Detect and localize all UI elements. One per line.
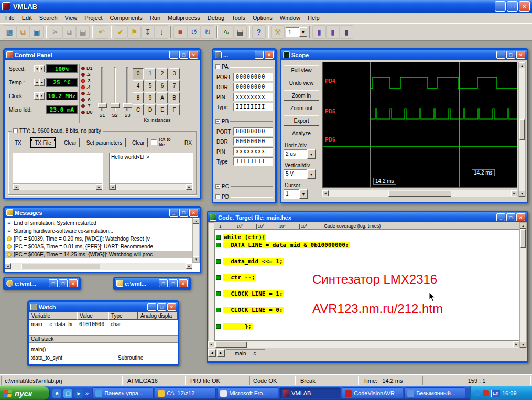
chevron-down-icon[interactable]: ▼ xyxy=(299,27,307,37)
build-button[interactable]: ✔ xyxy=(114,25,127,39)
keypad-key-2[interactable]: 2 xyxy=(157,68,168,79)
tab-main-c[interactable]: main__.c xyxy=(226,349,265,359)
browser-icon[interactable]: e xyxy=(52,389,61,398)
zoom-out-button[interactable]: Zoom out xyxy=(284,103,319,113)
menu-item-tools[interactable]: Tools xyxy=(228,14,249,22)
scroll-up-icon[interactable]: ▲ xyxy=(519,62,525,68)
taskbar-task-vmlab[interactable]: VMLAB xyxy=(279,387,341,399)
scrollbar-thumb[interactable] xyxy=(215,342,247,348)
full-view-button[interactable]: Full view xyxy=(284,65,319,75)
pa-pin-value[interactable]: xxxxxxxx xyxy=(233,93,273,101)
stop-button[interactable]: ■ xyxy=(173,25,187,39)
set-parameters-button[interactable]: Set parameters xyxy=(83,138,126,147)
new-project-button[interactable]: ▩ xyxy=(3,25,16,39)
export-button[interactable]: Export xyxy=(284,115,319,126)
rx-to-file-checkbox[interactable] xyxy=(151,139,157,145)
temp-stepper[interactable]: ◂▸ xyxy=(34,79,45,86)
scroll-down-icon[interactable]: ▼ xyxy=(519,191,525,197)
close-button[interactable]: × xyxy=(189,51,198,59)
keypad-key-0[interactable]: 0 xyxy=(133,68,144,79)
minimize-button[interactable]: _ xyxy=(496,51,505,59)
horizontal-scrollbar[interactable]: ◄ ► xyxy=(322,190,517,197)
message-row-selected[interactable]: [PC = $006E, Time = 14.25 ms, {WDG}]: Wa… xyxy=(5,251,200,258)
scope-tool-button[interactable]: ∿ xyxy=(220,25,233,39)
chip-button-3[interactable]: ▮ xyxy=(340,25,353,39)
control-panel-titlebar[interactable]: Control Panel _ □ × xyxy=(5,50,200,60)
chevron-down-icon[interactable]: ▼ xyxy=(307,149,316,159)
tab-scroll-left-icon[interactable]: ◄ xyxy=(208,349,216,357)
restore-button[interactable]: □ xyxy=(49,279,58,287)
horizontal-scrollbar[interactable]: ◄ ► xyxy=(110,183,192,190)
column-header-type[interactable]: Type xyxy=(108,312,138,320)
maximize-button[interactable]: □ xyxy=(506,51,515,59)
cursor-spinner[interactable]: 1 ▼ xyxy=(284,189,308,199)
pb-type-value[interactable]: IIIIIIII xyxy=(233,157,273,166)
message-row[interactable]: [PC = $00A5, Time = 0.81 ms, {PER}]: UAR… xyxy=(5,243,200,251)
menu-item-debug[interactable]: Debug xyxy=(204,14,228,22)
tx-textarea[interactable]: ◄ ► xyxy=(13,153,103,190)
column-header-value[interactable]: Value xyxy=(77,312,108,320)
maximize-button[interactable]: □ xyxy=(59,279,68,287)
keypad-key-b[interactable]: B xyxy=(169,92,180,103)
close-button[interactable]: × xyxy=(69,279,78,287)
keypad-key-d[interactable]: D xyxy=(145,104,156,115)
spin-left-icon[interactable]: ◂ xyxy=(34,79,39,86)
scroll-down-icon[interactable]: ▼ xyxy=(193,256,199,262)
zoom-in-button[interactable]: Zoom in xyxy=(284,90,319,101)
chevron-down-icon[interactable]: ▼ xyxy=(307,169,316,179)
scrollbar-thumb[interactable] xyxy=(519,119,525,140)
scroll-right-icon[interactable]: ► xyxy=(96,184,102,190)
menu-item-edit[interactable]: Edit xyxy=(18,14,36,22)
pa-type-value[interactable]: IIIIIIII xyxy=(233,103,273,111)
close-button[interactable]: × xyxy=(516,51,525,59)
expand-icon[interactable]: + xyxy=(215,194,220,199)
save-button[interactable]: ▣ xyxy=(30,25,44,39)
spin-right-icon[interactable]: ▸ xyxy=(39,79,45,86)
cut-button[interactable]: ✂ xyxy=(49,25,62,39)
pb-pin-value[interactable]: xxxxxxxx xyxy=(233,147,273,156)
horizontal-scrollbar[interactable]: ◄ ► xyxy=(208,341,519,348)
menu-item-run[interactable]: Run xyxy=(146,14,164,22)
flag-button[interactable]: ⚑ xyxy=(127,25,141,39)
breakpoint-mark[interactable] xyxy=(216,259,221,264)
menu-item-window[interactable]: Window xyxy=(276,14,304,22)
scroll-left-icon[interactable]: ◄ xyxy=(322,190,329,196)
scroll-left-icon[interactable]: ◄ xyxy=(110,184,116,190)
restore-button[interactable]: □ xyxy=(507,1,518,12)
maximize-button[interactable]: □ xyxy=(157,303,166,311)
minimize-button[interactable]: _ xyxy=(169,209,178,217)
maximize-button[interactable]: □ xyxy=(179,209,188,217)
stack-frame[interactable]: :data_to_synt xyxy=(31,355,62,361)
restore-button[interactable]: □ xyxy=(159,279,168,287)
breakpoint-mark[interactable] xyxy=(216,291,221,296)
maximize-button[interactable]: □ xyxy=(169,279,178,287)
watch-titlebar[interactable]: Watch _ □ × xyxy=(29,302,178,312)
minimized-titlebar[interactable]: c:\vml... □ □ × xyxy=(115,278,189,288)
keypad-key-f[interactable]: F xyxy=(169,104,180,115)
taskbar-task-5[interactable]: CodeVisionAVR xyxy=(342,387,403,399)
close-button[interactable]: × xyxy=(189,209,198,217)
scroll-right-icon[interactable]: ► xyxy=(513,341,519,347)
micro-count-select[interactable]: 1 ▼ xyxy=(286,27,307,37)
clear-tx-button[interactable]: Clear xyxy=(61,138,80,147)
scroll-right-icon[interactable]: ► xyxy=(186,184,192,190)
keypad-key-a[interactable]: A xyxy=(157,92,168,103)
taskbar-task-2[interactable]: C:\_12\z12 xyxy=(155,387,216,399)
tab-scroll-right-icon[interactable]: ► xyxy=(217,349,225,357)
scroll-left-icon[interactable]: ◄ xyxy=(208,341,214,347)
vertical-scrollbar[interactable]: ▲ ▼ xyxy=(518,62,526,197)
spinner-arrows-icon[interactable]: ▼ xyxy=(299,189,308,199)
scroll-right-icon[interactable]: ► xyxy=(511,190,517,196)
close-button[interactable]: × xyxy=(265,51,274,59)
collapse-icon[interactable]: − xyxy=(13,128,18,133)
collapse-icon[interactable]: − xyxy=(215,119,220,124)
slider-handle[interactable] xyxy=(98,103,107,108)
menu-item-components[interactable]: Components xyxy=(106,14,146,22)
show-desktop-icon[interactable]: ▢ xyxy=(63,389,72,398)
menu-item-view[interactable]: View xyxy=(61,14,81,22)
clock-stepper[interactable]: ◂▸ xyxy=(34,92,45,100)
scrollbar-thumb[interactable] xyxy=(388,191,451,197)
collapse-icon[interactable]: − xyxy=(215,64,220,69)
vertical-scrollbar[interactable]: ▲ ▼ xyxy=(519,222,527,348)
menu-item-help[interactable]: Help xyxy=(304,14,323,22)
